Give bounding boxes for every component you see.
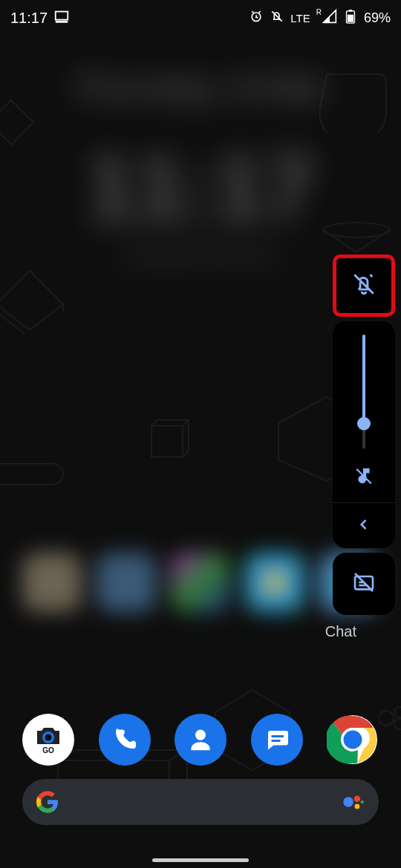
svg-rect-7 [56,11,68,19]
app-row-visible-label: Chat [325,623,356,640]
volume-track[interactable] [362,335,365,449]
svg-point-14 [45,734,52,741]
contacts-app[interactable] [175,714,226,766]
screen-cast-icon [53,8,70,28]
svg-point-23 [355,804,360,809]
svg-point-24 [361,800,364,803]
camera-go-label: GO [42,746,54,754]
gesture-nav-handle[interactable] [152,858,249,862]
media-mute-icon[interactable] [354,467,374,489]
svg-rect-16 [271,735,284,737]
alarm-icon [249,9,264,27]
battery-icon [343,9,358,27]
assistant-icon[interactable] [340,789,365,815]
mobile-network-label: LTE [290,12,310,24]
svg-point-22 [354,796,361,803]
messages-app[interactable] [251,714,303,766]
roaming-indicator: R [316,9,322,16]
svg-rect-17 [271,740,280,742]
chrome-app[interactable] [327,714,379,766]
phone-app[interactable] [99,714,151,766]
svg-point-6 [394,719,401,729]
volume-panel [333,254,395,619]
status-bar: 11:17 LTE R 69% [0,0,401,36]
camera-go-app[interactable]: GO [22,714,74,766]
chevron-left-icon [356,517,371,535]
svg-rect-10 [349,9,352,11]
volume-thumb[interactable] [357,417,371,430]
svg-point-15 [195,730,206,740]
svg-point-21 [343,797,353,807]
svg-rect-1 [151,426,183,457]
svg-rect-2 [0,464,63,484]
home-widget-blurred: Thursday, 16 Mar 11:17 Set alarm and mor… [45,70,356,315]
battery-percentage: 69% [364,10,391,26]
status-time: 11:17 [10,10,48,27]
google-g-icon [36,790,59,814]
caption-off-icon [352,571,376,597]
bell-off-icon [351,272,376,300]
svg-point-5 [394,707,401,717]
svg-point-4 [379,711,394,726]
google-search-bar[interactable] [22,779,379,825]
volume-slider[interactable] [333,321,395,502]
signal-icon [322,9,337,27]
ring-mode-button[interactable] [333,254,395,317]
svg-rect-11 [348,14,353,22]
dock: GO [22,714,379,766]
live-caption-toggle[interactable] [333,553,395,615]
search-input[interactable] [68,795,331,810]
volume-expand-button[interactable] [333,502,395,548]
bell-off-icon [270,9,284,27]
